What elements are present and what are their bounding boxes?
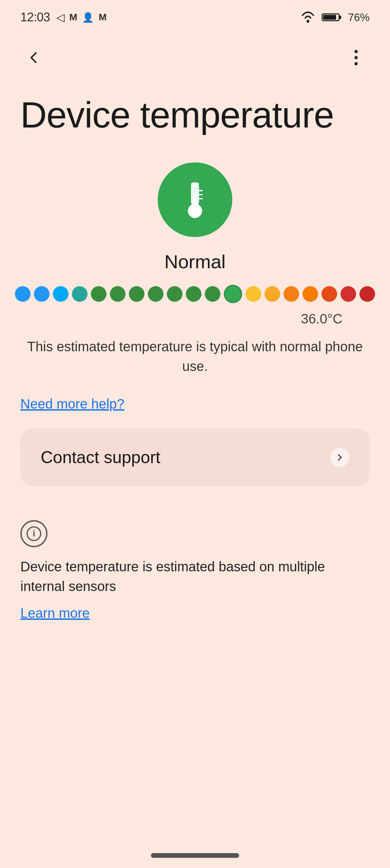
gauge-dot: [340, 286, 356, 302]
status-icons: ◁ M 👤 M: [56, 11, 107, 24]
gauge-dot: [224, 285, 242, 303]
gauge-dot: [110, 286, 125, 302]
svg-rect-8: [191, 182, 199, 186]
gauge-dot: [359, 286, 375, 302]
svg-text:i: i: [33, 528, 35, 538]
gauge-dot: [72, 286, 87, 302]
back-button[interactable]: [20, 44, 47, 71]
dot-2: [354, 56, 358, 59]
home-bar: [151, 853, 239, 858]
gauge-dot: [91, 286, 106, 302]
gauge-dot: [34, 286, 50, 302]
status-bar: 12:03 ◁ M 👤 M 76%: [0, 0, 390, 31]
gauge-dot: [303, 286, 318, 302]
status-right: 76%: [300, 11, 370, 24]
home-indicator: [0, 840, 390, 868]
gmail-icon-2: M: [99, 12, 106, 23]
thermometer-icon: [178, 179, 212, 220]
gmail-icon: M: [70, 12, 77, 23]
gauge-dot: [167, 286, 182, 302]
gauge-dot: [186, 286, 201, 302]
status-time: 12:03: [20, 10, 50, 24]
dot-1: [354, 50, 358, 53]
person-add-icon: 👤: [82, 12, 94, 23]
temperature-gauge: [20, 285, 370, 303]
info-description: Device temperature is estimated based on…: [20, 557, 370, 596]
gauge-dot: [53, 286, 69, 302]
temp-icon-container: [20, 162, 370, 237]
svg-point-7: [190, 206, 200, 216]
contact-support-label: Contact support: [41, 448, 160, 467]
gauge-dot: [148, 286, 163, 302]
svg-rect-2: [339, 16, 341, 19]
temperature-description: This estimated temperature is typical wi…: [20, 337, 370, 376]
gauge-dot: [265, 286, 280, 302]
temperature-value: 36.0°C: [20, 311, 370, 327]
navigation-icon: ◁: [56, 11, 65, 24]
dot-3: [354, 62, 358, 65]
svg-rect-6: [193, 194, 197, 208]
main-content: Device temperature Normal: [0, 81, 390, 634]
svg-rect-3: [323, 15, 336, 20]
info-section: i Device temperature is estimated based …: [20, 520, 370, 621]
gauge-dot: [205, 286, 220, 302]
contact-support-card[interactable]: Contact support: [20, 429, 370, 486]
battery-icon: [321, 11, 342, 23]
svg-point-0: [307, 20, 309, 23]
page-title: Device temperature: [20, 95, 334, 135]
need-more-help-link[interactable]: Need more help?: [20, 396, 124, 412]
chevron-right-icon: [330, 448, 349, 467]
battery-percentage: 76%: [348, 11, 370, 24]
status-left: 12:03 ◁ M 👤 M: [20, 10, 106, 24]
gauge-dots: [15, 285, 375, 303]
temp-icon-circle: [158, 162, 232, 237]
info-icon: i: [20, 520, 47, 547]
top-nav: [0, 34, 390, 81]
learn-more-link[interactable]: Learn more: [20, 606, 370, 621]
gauge-dot: [129, 286, 144, 302]
gauge-dot: [321, 286, 337, 302]
gauge-dot: [246, 286, 261, 302]
more-options-button[interactable]: [343, 44, 370, 71]
gauge-dot: [284, 286, 299, 302]
wifi-icon: [300, 11, 315, 23]
gauge-dot: [15, 286, 31, 302]
temperature-status-label: Normal: [20, 251, 370, 273]
